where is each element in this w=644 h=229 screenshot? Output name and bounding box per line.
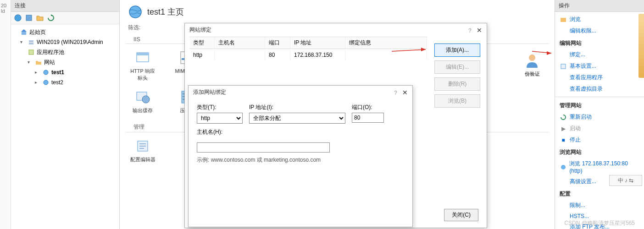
action-basic-settings[interactable]: 基本设置... [555, 60, 644, 72]
chevron-down-icon[interactable]: ▾ [20, 38, 26, 47]
form-row-1: 类型(T): http IP 地址(I): 全部未分配 端口(O): [189, 99, 412, 124]
ip-label: IP 地址(I): [249, 104, 345, 111]
action-group-edit-site: 编辑网站 [555, 37, 644, 49]
tree-label: 起始页 [29, 27, 46, 37]
help-icon[interactable]: ? [465, 27, 475, 34]
play-icon: ▶ [560, 125, 567, 132]
action-group-manage: 管理网站 [555, 99, 644, 111]
svg-point-16 [142, 96, 150, 103]
svg-point-8 [44, 70, 48, 75]
close-icon[interactable]: ✕ [402, 89, 408, 96]
connections-tree: 起始页 ▾ WIN2019 (WIN2019\Admin 应用程序池 ▾ 网站 … [11, 24, 119, 90]
actions-panel: 操作 浏览 编辑权限... 编辑网站 绑定... 基本设置... 查看应用程序 … [555, 0, 644, 229]
tree-label: WIN2019 (WIN2019\Admin [37, 38, 103, 47]
watermark: CSDN @梅船清梦压星河565 [564, 219, 635, 227]
bindings-buttons: 添加(A)... 编辑(E)... 删除(R) 浏览(B) [434, 44, 480, 108]
tree-app-pools[interactable]: 应用程序池 [13, 47, 117, 57]
chevron-right-icon[interactable]: ▸ [35, 68, 40, 77]
feature-output-cache[interactable]: 输出缓存 [128, 89, 157, 114]
settings-icon [560, 63, 567, 70]
connections-toolbar [11, 12, 119, 24]
svg-rect-7 [29, 50, 33, 55]
port-input[interactable] [352, 113, 384, 123]
svg-rect-5 [29, 40, 33, 42]
binding-row[interactable]: http 80 172.168.37.150 [189, 49, 427, 61]
chevron-right-icon[interactable]: ▸ [35, 78, 40, 87]
tree-site-test2[interactable]: ▸ test2 [13, 77, 117, 87]
stop-icon: ■ [560, 136, 567, 144]
save-icon[interactable] [25, 14, 33, 22]
port-label: 端口(O): [352, 104, 384, 111]
svg-rect-12 [137, 53, 149, 55]
explorer-icon [560, 16, 567, 23]
globe-nav-icon[interactable] [14, 14, 22, 22]
host-hint: 示例: www.contoso.com 或 marketing.contoso.… [189, 153, 412, 168]
action-restart[interactable]: 重新启动 [555, 111, 644, 123]
action-group-browse: 浏览网站 [555, 146, 644, 158]
feature-http-response[interactable]: HTTP 响应标头 [128, 49, 157, 82]
globe-icon [128, 5, 143, 19]
add-binding-dialog: 添加网站绑定 ? ✕ 类型(T): http IP 地址(I): 全部未分配 端… [188, 85, 413, 227]
action-browse[interactable]: 浏览 [555, 14, 644, 25]
action-limits[interactable]: 限制... [555, 200, 644, 211]
svg-point-9 [44, 80, 48, 85]
restart-icon [560, 114, 567, 121]
svg-rect-20 [561, 18, 566, 22]
ime-indicator: 中 ♪ ⇆ [609, 175, 642, 186]
apppool-icon [28, 49, 35, 56]
http-icon [134, 49, 151, 66]
host-label: 主机名(H): [197, 128, 404, 136]
remove-binding-button: 删除(R) [434, 77, 480, 91]
user-icon [524, 52, 540, 69]
svg-point-0 [15, 15, 21, 21]
actions-header: 操作 [555, 0, 644, 12]
action-edit-permissions[interactable]: 编辑权限... [555, 25, 644, 37]
dialog-titlebar: 网站绑定 ? ✕ [185, 23, 487, 37]
help-icon[interactable]: ? [390, 90, 401, 96]
add-binding-button[interactable]: 添加(A)... [434, 44, 480, 57]
dialog-titlebar: 添加网站绑定 ? ✕ [189, 86, 412, 99]
action-browse-url[interactable]: 浏览 172.168.37.150:80 (http) [555, 158, 644, 176]
dialog-title: 网站绑定 [189, 26, 211, 34]
tree-sites[interactable]: ▾ 网站 [13, 57, 117, 67]
page-title: test1 主页 [120, 0, 555, 23]
close-button[interactable]: 关闭(C) [444, 209, 478, 221]
chevron-down-icon[interactable]: ▾ [28, 58, 33, 67]
tree-server[interactable]: ▾ WIN2019 (WIN2019\Admin [13, 37, 117, 47]
bindings-table-header: 类型 主机名 端口 IP 地址 绑定信息 [189, 37, 427, 49]
action-bindings[interactable]: 绑定... [555, 49, 644, 60]
svg-point-19 [529, 55, 535, 61]
tree-label: 应用程序池 [37, 48, 64, 57]
svg-marker-4 [21, 29, 27, 32]
action-view-vdirs[interactable]: 查看虚拟目录 [555, 83, 644, 95]
tree-label: test1 [51, 68, 64, 77]
ip-select[interactable]: 全部未分配 [249, 113, 345, 124]
host-input[interactable] [197, 142, 330, 153]
globe-icon [42, 79, 50, 86]
folder-icon [35, 59, 42, 66]
globe-icon [42, 69, 50, 76]
tree-site-test1[interactable]: ▸ test1 [13, 67, 117, 77]
browse-binding-button: 浏览(B) [434, 94, 480, 108]
folder-icon[interactable] [36, 14, 44, 22]
action-stop[interactable]: ■ 停止 [555, 134, 644, 146]
tree-start-page[interactable]: 起始页 [13, 27, 117, 37]
connections-header: 连接 [11, 0, 119, 12]
feature-config-editor[interactable]: 配置编辑器 [128, 138, 157, 163]
home-icon [20, 28, 28, 36]
type-select[interactable]: http [197, 113, 243, 124]
svg-rect-21 [561, 64, 566, 69]
server-icon [28, 38, 35, 46]
edit-binding-button: 编辑(E)... [434, 60, 480, 74]
refresh-icon[interactable] [47, 14, 55, 22]
action-start[interactable]: ▶ 启动 [555, 123, 644, 134]
close-icon[interactable]: ✕ [477, 27, 482, 34]
svg-point-22 [561, 165, 566, 169]
cache-icon [134, 89, 151, 105]
svg-rect-3 [22, 31, 26, 35]
action-group-config: 配置 [555, 187, 644, 200]
feature-authentication[interactable]: 份验证 [511, 52, 553, 77]
connections-panel: 连接 起始页 ▾ WIN2019 (WIN2019\Admin 应用程序池 ▾ [11, 0, 120, 229]
action-view-apps[interactable]: 查看应用程序 [555, 72, 644, 83]
sidebar-tab[interactable] [638, 14, 644, 78]
